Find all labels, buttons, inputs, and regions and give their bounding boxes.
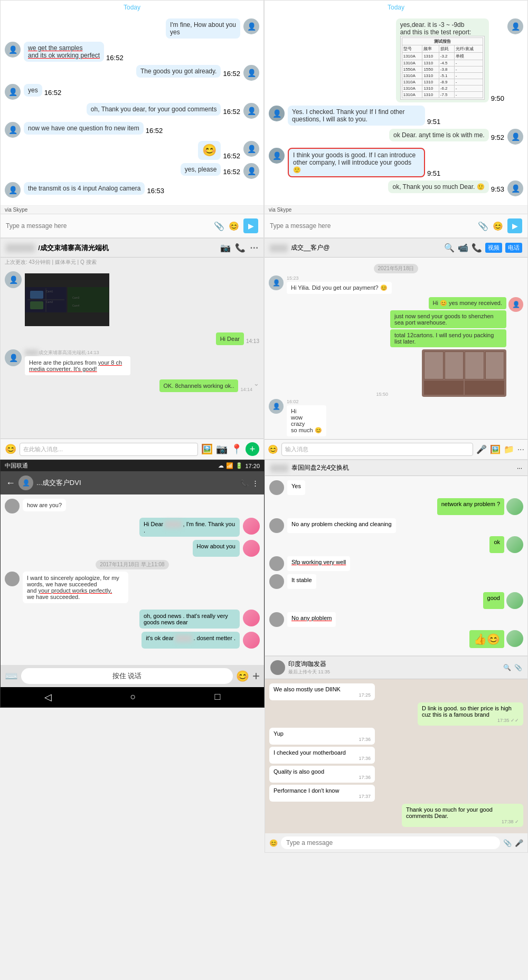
attachment-icon[interactable]: 📎 <box>214 221 224 231</box>
attachment-icon[interactable]: 📎 <box>503 839 512 847</box>
emoji-icon[interactable]: 😊 <box>229 221 239 231</box>
msg-row: 👤 Cam1 <box>5 271 259 328</box>
message-bubble: We also mostly use DlINK 17:25 <box>269 683 375 700</box>
message-input[interactable] <box>6 222 210 230</box>
voice-input-button[interactable]: 按住 说话 <box>21 668 233 684</box>
home-button[interactable]: ○ <box>130 691 136 703</box>
header-icons: 📷 📞 ⋯ <box>220 243 258 253</box>
chat-input-area: 📎 😊 ▶ <box>265 214 527 237</box>
wechat-header-left: ██████ /成交束埔寨高清光端机 📷 📞 ⋯ <box>1 239 263 258</box>
emoji-icon[interactable]: 😊 <box>268 444 278 454</box>
chat-title-right: 成交__客户@ <box>291 243 330 252</box>
emoji-icon[interactable]: 😊 <box>493 221 503 231</box>
message-bubble: ok, Thank you so much Dear. 🙂 <box>388 180 488 193</box>
image-icon[interactable]: 🖼️ <box>490 444 501 454</box>
message-bubble: ok <box>489 536 504 553</box>
avatar <box>269 612 284 627</box>
avatar <box>269 574 284 589</box>
avatar: 👤 <box>269 399 284 414</box>
timestamp: 9:51 <box>427 169 440 177</box>
emoji-icon[interactable]: 😊 <box>5 443 16 455</box>
back-button[interactable]: ◁ <box>44 691 52 703</box>
avatar: 👤 <box>508 297 523 312</box>
timestamp: 15:50 <box>376 392 388 397</box>
whatsapp-message-input[interactable] <box>281 836 500 849</box>
keyboard-icon[interactable]: ⌨️ <box>5 670 18 682</box>
avatar: 👤 <box>243 163 259 179</box>
avatar: 👤 <box>269 275 284 290</box>
video-icon[interactable]: 📷 <box>220 243 231 253</box>
message-bubble: I want to sincerely apologize, for my wo… <box>23 572 128 603</box>
message-input[interactable]: 输入消息 <box>281 443 473 456</box>
more-icon[interactable]: ··· <box>517 464 522 472</box>
emoji-icon[interactable]: 😊 <box>236 670 249 682</box>
add-icon[interactable]: + <box>252 669 260 683</box>
msg-row: Hi Dear ████ , I'm fine. Thank you . <box>5 518 260 537</box>
file-icon[interactable]: 📁 <box>504 444 514 454</box>
send-button[interactable]: ▶ <box>507 218 522 233</box>
message-input[interactable]: 在此输入消息... <box>20 443 198 456</box>
message-bubble: oh, Thank you dear, for your good commen… <box>87 103 221 116</box>
message-bubble: good <box>483 592 504 609</box>
timestamp: 16:52 <box>106 54 124 62</box>
video-call-icon[interactable]: 📹 <box>458 243 468 253</box>
search-icon[interactable]: 🔍 <box>444 243 455 253</box>
message-bubble: yes, please <box>181 163 221 176</box>
msg-row: 16:52 oh, Thank you dear, for your good … <box>5 103 259 119</box>
voice-icon[interactable]: 🎤 <box>476 444 487 454</box>
whatsapp-messages: We also mostly use DlINK 17:25 D link is… <box>265 679 527 833</box>
message-bubble: 😊 <box>198 141 221 160</box>
timestamp: 16:52 <box>223 70 240 78</box>
message-bubble: Here are the pictures from your 8 ch med… <box>25 356 130 375</box>
video-icon-blue[interactable]: 视频 <box>485 243 502 253</box>
search-icon[interactable]: 🔍 <box>503 664 511 671</box>
more-icon[interactable]: ··· <box>517 445 524 454</box>
send-button[interactable]: ▶ <box>243 218 258 233</box>
user-avatar <box>243 632 260 649</box>
timestamp: 9:50 <box>491 94 504 102</box>
svg-text:Cam4: Cam4 <box>72 304 80 307</box>
message-bubble: ok Dear. anyt time is ok with me. <box>389 129 489 141</box>
phone-icon[interactable]: 📞 <box>235 243 246 253</box>
mic-icon[interactable]: 🎤 <box>515 839 523 847</box>
menu-icon[interactable]: ⋮ <box>252 479 259 487</box>
attachment-icon[interactable]: 📎 <box>514 664 522 671</box>
add-button[interactable]: + <box>246 442 259 456</box>
voice-call-icon[interactable]: 📞 <box>472 243 482 253</box>
right-bottom-column: ████ 泰国间盘2光4交换机 ··· Yes network any prob… <box>265 460 528 853</box>
message-bubble: No any ploblem <box>287 612 336 627</box>
msg-row: 16:52 The goods you got already. 👤 <box>5 65 259 81</box>
location-icon[interactable]: 📍 <box>231 443 242 455</box>
user-avatar <box>506 536 523 553</box>
msg-row: 16:52 yes, please 👤 <box>5 163 259 179</box>
chat-input-area: 📎 😊 ▶ <box>1 214 263 237</box>
avatar: 👤 <box>243 141 259 157</box>
photo-icon[interactable]: 📷 <box>216 443 228 455</box>
message-bubble: No any problem checking and cleaning <box>287 518 396 533</box>
message-input[interactable] <box>270 222 474 230</box>
timestamp: 16:52 <box>146 127 163 135</box>
call-icon[interactable]: 📞 <box>240 479 249 487</box>
timestamp: 16:53 <box>147 187 164 195</box>
recent-button[interactable]: □ <box>215 691 221 703</box>
msg-row: 👤 yes 16:52 <box>5 84 259 100</box>
message-bubble: how are you? <box>23 499 66 511</box>
message-bubble: Hi Dear <box>216 332 244 345</box>
user-avatar <box>506 630 523 647</box>
timestamp: 17:37 <box>274 794 371 799</box>
message-bubble: it's ok dear ████ . dosent metter . <box>142 632 240 649</box>
phone-icon-blue[interactable]: 电话 <box>505 243 522 253</box>
last-active: 上次更改: 43分钟前 | 媒体单元 | Q 搜索 <box>1 258 263 267</box>
emoji-icon[interactable]: 😊 <box>269 839 278 847</box>
user-avatar <box>506 498 523 515</box>
avatar: 👤 <box>243 65 259 81</box>
camera-preview-image: Cam1 Cam2 Cam3 Cam4 <box>25 273 109 326</box>
image-icon[interactable]: 🖼️ <box>201 443 213 455</box>
message-bubble: Sfp working very well <box>287 556 350 571</box>
menu-icon[interactable]: ⋯ <box>250 243 258 253</box>
message-bubble: oh, good news . that's really very goods… <box>139 610 240 629</box>
attachment-icon[interactable]: 📎 <box>478 221 488 231</box>
avatar: 👤 <box>507 180 523 196</box>
back-icon[interactable]: ← <box>6 478 15 489</box>
avatar: 👤 <box>269 106 285 121</box>
